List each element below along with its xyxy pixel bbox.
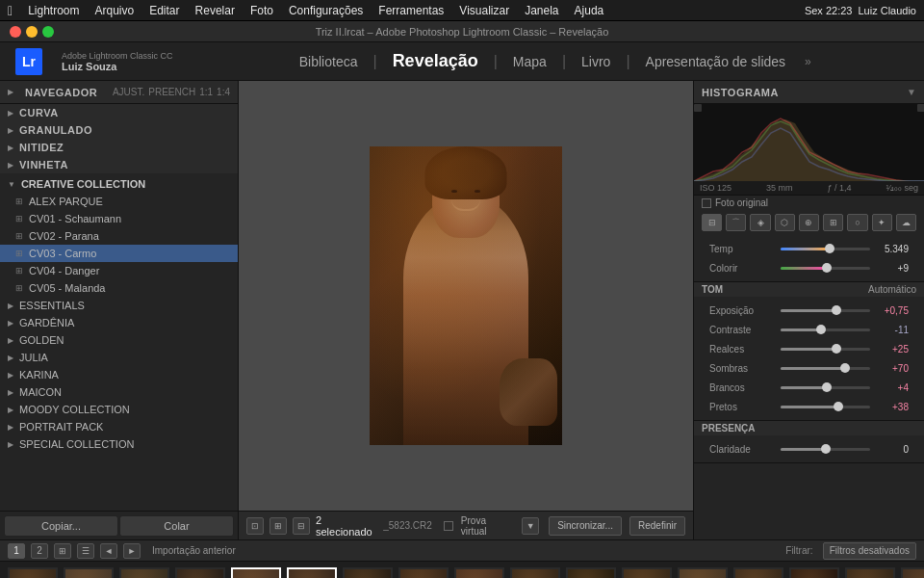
curva-section[interactable]: ▶ Curva [0,104,238,121]
pretos-slider[interactable] [781,406,870,408]
tone-mode[interactable]: Automático [868,284,916,295]
split-panel-btn[interactable]: ⊕ [799,214,819,231]
tab-livro[interactable]: Livro [568,50,624,73]
filmstrip-thumb-9[interactable] [454,567,504,579]
tab-mapa[interactable]: Mapa [500,50,560,73]
menu-visualizar[interactable]: Visualizar [453,4,515,17]
detail-panel-btn[interactable]: ⊞ [823,214,843,231]
apple-menu[interactable]:  [8,3,13,18]
filmstrip-thumb-14[interactable] [733,567,783,579]
preset-label[interactable]: PREENCH [148,87,195,97]
view-mode-btn[interactable]: ⊡ [246,517,264,535]
filter-dropdown[interactable]: Filtros desativados [823,542,916,560]
effects-panel-btn[interactable]: ✦ [872,214,892,231]
tab-revelacao[interactable]: Revelação [379,47,492,75]
portrait-item[interactable]: ▶ PORTRAIT PACK [0,418,238,435]
filmstrip-thumb-4[interactable] [175,567,225,579]
gardenia-item[interactable]: ▶ GARDÊNIA [0,314,238,331]
filmstrip-thumb-6[interactable]: ⊞ [287,567,337,579]
menu-configuracoes[interactable]: Configurações [283,4,369,17]
moody-item[interactable]: ▶ MOODY COLLECTION [0,401,238,418]
filmstrip-thumb-8[interactable] [398,567,449,579]
compare-btn[interactable]: ⊞ [270,517,287,535]
virtual-proof-checkbox[interactable] [444,521,453,531]
paste-button[interactable]: Colar [119,515,234,537]
adjust-label[interactable]: AJUST. [113,87,144,97]
settings-btn[interactable]: ▼ [522,517,539,535]
page-2-btn[interactable]: 2 [31,543,48,559]
karina-item[interactable]: ▶ KARINA [0,366,238,383]
cv03-item[interactable]: ⊞ CV03 - Carmo [0,245,238,262]
basic-panel-btn[interactable]: ⊟ [702,214,722,231]
exposicao-slider[interactable] [781,309,870,312]
cv05-item[interactable]: ⊞ CV05 - Malanda [0,279,238,297]
ratio1[interactable]: 1:1 [199,87,213,97]
menu-editar[interactable]: Editar [143,4,185,17]
menu-janela[interactable]: Janela [519,4,564,17]
copy-button[interactable]: Copiar... [4,515,118,537]
tint-slider[interactable] [781,267,870,270]
filmstrip-thumb-5[interactable]: ⊞ [231,567,281,579]
list-view-btn[interactable]: ☰ [77,543,94,559]
tab-slides[interactable]: Apresentação de slides [632,50,800,73]
main-photo[interactable] [370,146,562,445]
granulado-section[interactable]: ▶ Granulado [0,121,238,139]
menu-ajuda[interactable]: Ajuda [569,4,610,17]
import-prev-label[interactable]: Importação anterior [152,545,236,556]
maicon-item[interactable]: ▶ MAICON [0,383,238,401]
alex-parque-item[interactable]: ⊞ ALEX PARQUE [0,193,238,210]
menu-lightroom[interactable]: Lightroom [22,4,85,17]
sync-button[interactable]: Sincronizar... [549,516,622,536]
special-item[interactable]: ▶ SPECIAL COLLECTION [0,435,238,453]
contraste-label: Contraste [709,325,777,335]
original-photo-checkbox[interactable] [702,198,711,208]
tab-biblioteca[interactable]: Biblioteca [286,50,372,73]
curve-panel-btn[interactable]: ⌒ [726,214,746,231]
lens-panel-btn[interactable]: ○ [847,214,867,231]
filmstrip-thumb-15[interactable] [789,567,839,579]
creative-collection-header[interactable]: ▼ CREATIVE COLLECTION [0,175,238,193]
filmstrip-thumb-1[interactable] [8,567,58,579]
realces-slider[interactable] [781,348,870,351]
close-button[interactable] [10,26,21,38]
color-panel-btn[interactable]: ⬡ [775,214,795,231]
grid-view-btn[interactable]: ⊞ [54,543,71,559]
menu-foto[interactable]: Foto [244,4,279,17]
claridade-slider[interactable] [781,448,870,451]
filmstrip-thumb-7[interactable] [343,567,393,579]
filmstrip-thumb-2[interactable] [64,567,114,579]
filmstrip-thumb-3[interactable] [119,567,169,579]
essentials-item[interactable]: ▶ ESSENTIALS [0,297,238,314]
nitidez-section[interactable]: ▶ Nitidez [0,139,238,156]
ratio2[interactable]: 1:4 [217,87,230,97]
calibration-panel-btn[interactable]: ☁ [896,214,916,231]
reset-button[interactable]: Redefinir [629,516,685,536]
hsl-panel-btn[interactable]: ◈ [750,214,770,231]
brancos-slider[interactable] [781,386,870,389]
filmstrip-thumb-16[interactable] [845,567,895,579]
page-1-btn[interactable]: 1 [8,543,25,559]
menu-ferramentas[interactable]: Ferramentas [372,4,449,17]
cv01-item[interactable]: ⊞ CV01 - Schaumann [0,210,238,227]
sombras-slider[interactable] [781,367,870,370]
contraste-slider[interactable] [781,328,870,331]
nav-next-btn[interactable]: ► [123,543,141,559]
temp-slider[interactable] [781,248,870,250]
filmstrip-thumb-17[interactable] [901,567,924,579]
cv02-item[interactable]: ⊞ CV02 - Parana [0,227,238,245]
menu-arquivo[interactable]: Arquivo [90,4,141,17]
histogram-menu[interactable]: ▼ [907,87,916,97]
golden-item[interactable]: ▶ GOLDEN [0,331,238,349]
filmstrip-thumb-11[interactable] [566,567,616,579]
maximize-button[interactable] [42,26,54,38]
filmstrip-thumb-12[interactable] [622,567,672,579]
vinheta-section[interactable]: ▶ Vinheta [0,156,238,173]
nav-prev-btn[interactable]: ◄ [100,543,117,559]
julia-item[interactable]: ▶ JULIA [0,349,238,366]
filmstrip-thumb-10[interactable] [510,567,560,579]
cv04-item[interactable]: ⊞ CV04 - Danger [0,262,238,279]
minimize-button[interactable] [26,26,38,38]
filmstrip-thumb-13[interactable] [678,567,728,579]
menu-revelar[interactable]: Revelar [190,4,241,17]
survey-btn[interactable]: ⊟ [293,517,310,535]
